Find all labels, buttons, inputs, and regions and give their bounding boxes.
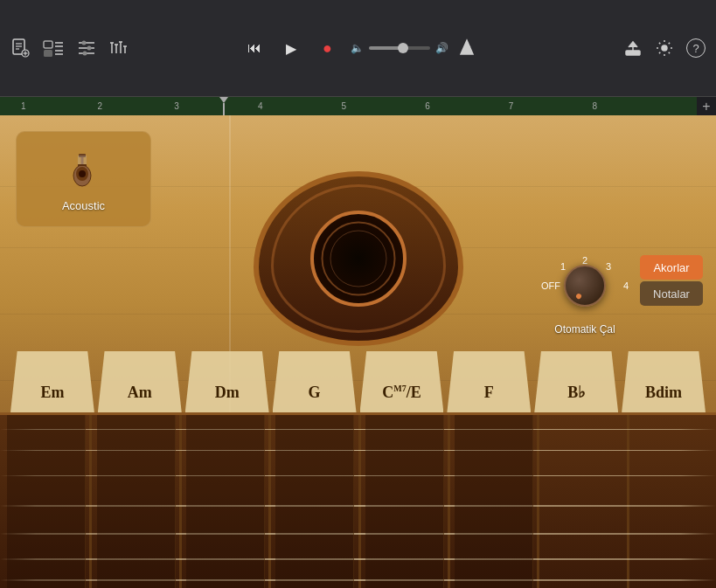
fret-band-2 [186, 415, 265, 588]
fretboard [0, 412, 716, 588]
chords-row: EmAmDmGCM7/EFB♭Bdim [0, 351, 716, 412]
ruler-mark-6: 6 [425, 101, 430, 111]
soundhole [310, 211, 407, 307]
new-song-icon[interactable] [10, 38, 30, 58]
main-content: Acoustic OFF 1 2 3 4 [0, 115, 716, 588]
chord-button-dm[interactable]: Dm [185, 351, 269, 412]
auto-play-panel: OFF 1 2 3 4 Otomatik Çal [541, 255, 629, 336]
record-button[interactable]: ● [314, 34, 342, 62]
knob-label-3: 3 [606, 261, 611, 272]
eq-icon[interactable] [108, 38, 128, 58]
chord-label: Am [128, 384, 152, 402]
ruler-mark-7: 7 [509, 101, 514, 111]
knob-label-4: 4 [623, 280, 629, 291]
transport-controls: ⏮ ▶ ● 🔈 🔊 [240, 34, 476, 62]
tracks-icon[interactable] [42, 38, 65, 58]
ruler-track-area[interactable]: 1 2 3 4 5 6 7 8 [0, 97, 697, 115]
chord-button-c[interactable]: CM7/E [360, 351, 444, 412]
svg-rect-31 [626, 51, 640, 55]
svg-point-35 [79, 170, 86, 177]
fret-vertical-7 [627, 415, 629, 588]
chord-label: Bdim [645, 384, 682, 402]
guitar-body-wood [254, 171, 463, 346]
fret-vertical-4 [358, 415, 361, 588]
volume-max-icon: 🔊 [435, 42, 448, 54]
toolbar: ⏮ ▶ ● 🔈 🔊 [0, 0, 716, 96]
fret-vertical-2 [179, 415, 182, 588]
metronome-icon[interactable] [457, 38, 476, 58]
fret-vertical-3 [268, 415, 271, 588]
ruler-mark-5: 5 [342, 101, 347, 111]
chord-button-am[interactable]: Am [98, 351, 182, 412]
ruler-mark-1: 1 [21, 101, 26, 111]
playhead-marker [223, 97, 225, 115]
knob-indicator-dot [575, 293, 582, 300]
share-icon[interactable] [623, 38, 643, 58]
fret-band-5 [455, 415, 533, 588]
fret-vertical-6 [537, 415, 539, 588]
timeline-ruler: 1 2 3 4 5 6 7 8 + [0, 96, 716, 115]
knob-container: OFF 1 2 3 4 [541, 255, 629, 316]
chord-label: CM7/E [382, 384, 421, 402]
fret-band-4 [365, 415, 444, 588]
mixer-icon[interactable] [77, 38, 96, 58]
svg-point-14 [82, 41, 87, 45]
chord-button-g[interactable]: G [273, 351, 357, 412]
fret-vertical-5 [448, 415, 450, 588]
chord-label: Dm [215, 384, 240, 402]
fret-band-3 [275, 415, 354, 588]
knob-label-off: OFF [541, 280, 560, 291]
add-track-button[interactable]: + [697, 97, 716, 116]
track-name-label: Acoustic [62, 199, 105, 212]
fret-band-1 [97, 415, 176, 588]
auto-play-label: Otomatik Çal [554, 323, 615, 336]
ruler-mark-4: 4 [258, 101, 263, 111]
track-guitar-icon [59, 146, 108, 194]
volume-slider[interactable] [369, 46, 430, 50]
toolbar-right: ? [623, 38, 706, 58]
track-tile[interactable]: Acoustic [16, 131, 151, 227]
svg-point-16 [87, 46, 92, 51]
volume-control: 🔈 🔊 [351, 42, 448, 54]
notalar-button[interactable]: Notalar [640, 281, 703, 306]
soundhole-ring-innermost [330, 231, 386, 287]
chord-button-em[interactable]: Em [10, 351, 94, 412]
fret-band-0 [7, 415, 86, 588]
svg-rect-8 [44, 50, 52, 57]
play-button[interactable]: ▶ [277, 34, 305, 62]
volume-min-icon: 🔈 [351, 42, 364, 54]
help-icon[interactable]: ? [686, 38, 706, 58]
skip-back-button[interactable]: ⏮ [240, 34, 268, 62]
knob-label-1: 1 [560, 261, 566, 272]
chord-label: F [484, 384, 494, 402]
svg-point-18 [83, 52, 87, 56]
chord-label: G [309, 384, 321, 402]
svg-rect-43 [78, 164, 87, 166]
chord-label: Em [40, 384, 64, 402]
ruler-mark-3: 3 [174, 101, 179, 111]
ruler-mark-2: 2 [98, 101, 103, 111]
chord-button-bdim[interactable]: Bdim [622, 351, 706, 412]
chord-button-b[interactable]: B♭ [534, 351, 618, 412]
akorlar-button[interactable]: Akorlar [640, 255, 703, 280]
settings-icon[interactable] [655, 38, 674, 58]
auto-play-knob[interactable] [564, 265, 606, 307]
svg-rect-7 [44, 41, 52, 48]
toolbar-left [10, 38, 128, 58]
svg-point-32 [662, 45, 667, 51]
guitar-body [227, 163, 490, 355]
fret-vertical-1 [89, 415, 92, 588]
chord-label: B♭ [567, 383, 585, 402]
chord-button-f[interactable]: F [447, 351, 531, 412]
ruler-numbers: 1 2 3 4 5 6 7 8 [0, 97, 697, 115]
mode-buttons: Akorlar Notalar [640, 255, 703, 306]
ruler-mark-8: 8 [592, 101, 597, 111]
